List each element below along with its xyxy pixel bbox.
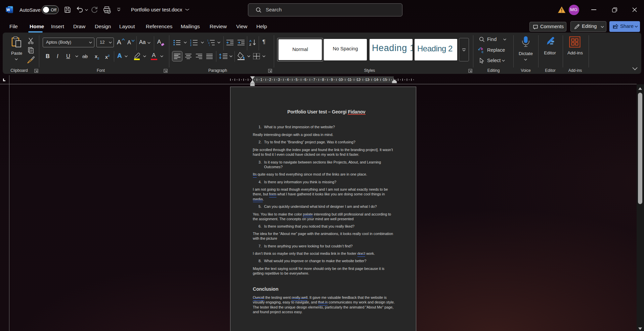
- svg-text:13: 13: [365, 78, 369, 82]
- svg-text:11: 11: [348, 78, 351, 82]
- svg-text:12: 12: [356, 78, 360, 82]
- svg-text:a: a: [208, 42, 210, 44]
- svg-text:i: i: [209, 44, 210, 46]
- svg-text:4: 4: [287, 78, 289, 82]
- svg-text:2: 2: [190, 42, 191, 44]
- svg-text:15: 15: [383, 78, 387, 82]
- svg-text:A: A: [249, 39, 252, 43]
- svg-text:1: 1: [207, 39, 209, 42]
- svg-text:Z: Z: [249, 43, 251, 46]
- svg-text:3: 3: [278, 78, 280, 82]
- svg-text:9: 9: [331, 78, 333, 82]
- svg-text:c: c: [482, 50, 484, 54]
- svg-text:10: 10: [339, 78, 343, 82]
- svg-text:6: 6: [304, 78, 306, 82]
- svg-text:14: 14: [374, 78, 378, 82]
- svg-text:W: W: [6, 8, 10, 12]
- svg-text:1: 1: [260, 78, 262, 82]
- svg-text:8: 8: [322, 78, 324, 82]
- svg-text:5: 5: [296, 78, 298, 82]
- svg-text:7: 7: [313, 78, 315, 82]
- svg-text:2: 2: [269, 78, 271, 82]
- svg-text:3: 3: [190, 44, 191, 46]
